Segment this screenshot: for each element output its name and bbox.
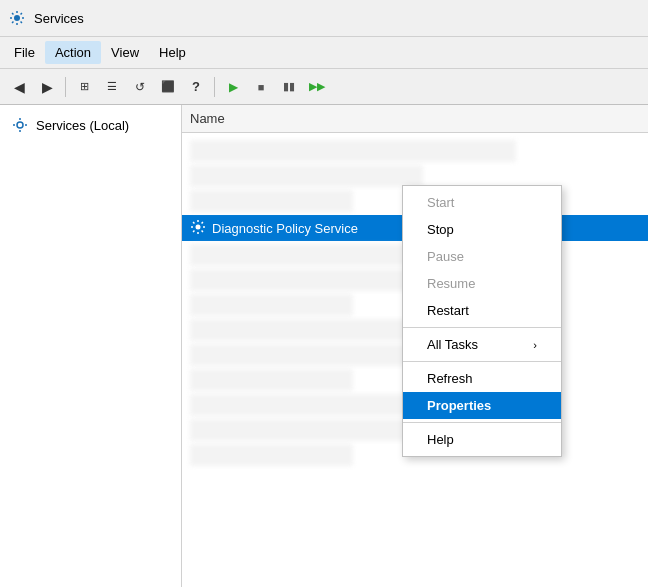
list-button[interactable]: ☰ [99, 74, 125, 100]
export-button[interactable]: ⬛ [155, 74, 181, 100]
service-row-blur-2 [190, 165, 423, 187]
menu-action[interactable]: Action [45, 41, 101, 64]
sidebar-services-label: Services (Local) [36, 118, 129, 133]
ctx-resume[interactable]: Resume [403, 270, 561, 297]
content-panel: Name Diagnostic Policy Service [182, 105, 648, 587]
service-row-blur-1 [190, 140, 516, 162]
sidebar-item-services-local[interactable]: Services (Local) [0, 109, 181, 141]
play-button[interactable]: ▶ [220, 74, 246, 100]
title-bar: Services [0, 0, 648, 37]
ctx-sep-2 [403, 361, 561, 362]
stop-button[interactable]: ■ [248, 74, 274, 100]
service-row-blur-9 [190, 369, 353, 391]
sidebar: Services (Local) [0, 105, 182, 587]
service-row-blur-5 [190, 269, 423, 291]
selected-service-name: Diagnostic Policy Service [212, 221, 358, 236]
ctx-properties[interactable]: Properties [403, 392, 561, 419]
service-row-blur-6 [190, 294, 353, 316]
view-button[interactable]: ⊞ [71, 74, 97, 100]
column-header: Name [182, 105, 648, 133]
sidebar-services-icon [10, 115, 30, 135]
ctx-all-tasks[interactable]: All Tasks › [403, 331, 561, 358]
svg-point-1 [17, 122, 23, 128]
ctx-sep-1 [403, 327, 561, 328]
ctx-help[interactable]: Help [403, 426, 561, 453]
ctx-stop[interactable]: Stop [403, 216, 561, 243]
svg-point-2 [196, 224, 201, 229]
menu-bar: File Action View Help [0, 37, 648, 69]
window-title: Services [34, 11, 84, 26]
pause-button[interactable]: ▮▮ [276, 74, 302, 100]
name-column-header: Name [190, 111, 225, 126]
service-row-blur-8 [190, 344, 423, 366]
help-button-tb[interactable]: ? [183, 74, 209, 100]
svg-point-0 [14, 15, 20, 21]
service-row-blur-12 [190, 444, 353, 466]
ctx-start[interactable]: Start [403, 189, 561, 216]
menu-view[interactable]: View [101, 41, 149, 64]
toolbar-sep-2 [214, 77, 215, 97]
ctx-pause[interactable]: Pause [403, 243, 561, 270]
ctx-refresh[interactable]: Refresh [403, 365, 561, 392]
ctx-arrow-all-tasks: › [533, 339, 537, 351]
resume-button[interactable]: ▶▶ [304, 74, 330, 100]
context-menu: Start Stop Pause Resume Restart All Task… [402, 185, 562, 457]
toolbar: ◀ ▶ ⊞ ☰ ↺ ⬛ ? ▶ ■ ▮▮ ▶▶ [0, 69, 648, 105]
main-area: Services (Local) Name Diagnostic Policy … [0, 105, 648, 587]
app-icon [8, 9, 26, 27]
ctx-restart[interactable]: Restart [403, 297, 561, 324]
service-gear-icon [190, 219, 206, 238]
menu-file[interactable]: File [4, 41, 45, 64]
forward-button[interactable]: ▶ [34, 74, 60, 100]
service-row-blur-11 [190, 419, 423, 441]
ctx-sep-3 [403, 422, 561, 423]
refresh-button[interactable]: ↺ [127, 74, 153, 100]
menu-help[interactable]: Help [149, 41, 196, 64]
back-button[interactable]: ◀ [6, 74, 32, 100]
service-row-blur-3 [190, 190, 353, 212]
toolbar-sep-1 [65, 77, 66, 97]
